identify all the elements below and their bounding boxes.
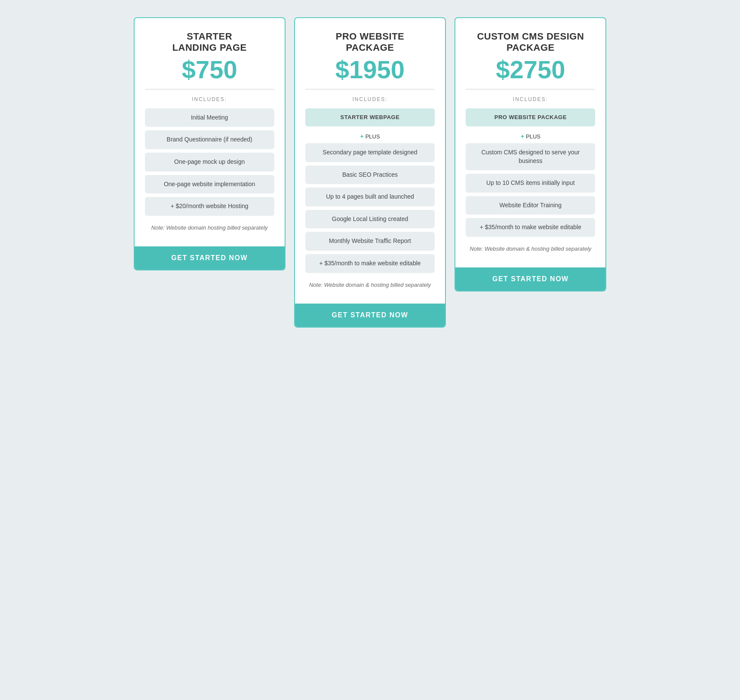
plus-feature-item-custom-1: Up to 10 CMS items initially input xyxy=(466,174,595,193)
card-body-starter: STARTERLANDING PAGE$750INCLUDES:Initial … xyxy=(135,18,285,246)
pricing-card-starter: STARTERLANDING PAGE$750INCLUDES:Initial … xyxy=(134,17,286,270)
includes-label-pro: INCLUDES: xyxy=(305,96,435,102)
cta-button-custom[interactable]: GET STARTED NOW xyxy=(455,267,605,291)
feature-item-starter-4: + $20/month website Hosting xyxy=(145,197,274,216)
plus-symbol-pro: + xyxy=(360,132,364,140)
plus-feature-item-pro-4: Monthly Website Traffic Report xyxy=(305,232,435,251)
card-divider-pro xyxy=(305,89,435,89)
plus-feature-item-pro-0: Secondary page template designed xyxy=(305,143,435,162)
card-price-custom: $2750 xyxy=(466,57,595,82)
note-text-pro: Note: Website domain & hosting billed se… xyxy=(305,281,435,289)
plus-feature-item-pro-3: Google Local Listing created xyxy=(305,210,435,229)
feature-item-starter-0: Initial Meeting xyxy=(145,108,274,127)
feature-item-starter-1: Brand Questionnaire (if needed) xyxy=(145,130,274,149)
plus-feature-item-custom-2: Website Editor Training xyxy=(466,196,595,215)
card-price-starter: $750 xyxy=(145,57,274,82)
feature-item-custom-0: PRO WEBSITE PACKAGE xyxy=(466,108,595,126)
card-title-custom: CUSTOM CMS DESIGNPACKAGE xyxy=(466,31,595,54)
plus-feature-item-pro-5: + $35/month to make website editable xyxy=(305,254,435,273)
includes-label-starter: INCLUDES: xyxy=(145,96,274,102)
includes-label-custom: INCLUDES: xyxy=(466,96,595,102)
pricing-card-custom: CUSTOM CMS DESIGNPACKAGE$2750INCLUDES:PR… xyxy=(454,17,606,292)
note-text-starter: Note: Website domain hosting billed sepa… xyxy=(145,224,274,232)
plus-label-pro: + PLUS xyxy=(305,132,435,140)
plus-symbol-custom: + xyxy=(521,132,525,140)
feature-item-pro-0: STARTER WEBPAGE xyxy=(305,108,435,126)
card-title-starter: STARTERLANDING PAGE xyxy=(145,31,274,54)
card-body-custom: CUSTOM CMS DESIGNPACKAGE$2750INCLUDES:PR… xyxy=(455,18,605,267)
plus-feature-item-pro-1: Basic SEO Practices xyxy=(305,166,435,184)
feature-item-starter-3: One-page website implementation xyxy=(145,175,274,194)
cta-button-pro[interactable]: GET STARTED NOW xyxy=(295,304,445,327)
plus-feature-item-custom-3: + $35/month to make website editable xyxy=(466,218,595,237)
feature-item-starter-2: One-page mock up design xyxy=(145,153,274,172)
card-title-pro: PRO WEBSITEPACKAGE xyxy=(305,31,435,54)
cta-button-starter[interactable]: GET STARTED NOW xyxy=(135,246,285,270)
card-price-pro: $1950 xyxy=(305,57,435,82)
card-body-pro: PRO WEBSITEPACKAGE$1950INCLUDES:STARTER … xyxy=(295,18,445,304)
plus-label-custom: + PLUS xyxy=(466,132,595,140)
card-divider-custom xyxy=(466,89,595,89)
plus-feature-item-custom-0: Custom CMS designed to serve your busine… xyxy=(466,143,595,170)
pricing-container: STARTERLANDING PAGE$750INCLUDES:Initial … xyxy=(134,17,607,328)
card-divider-starter xyxy=(145,89,274,89)
plus-feature-item-pro-2: Up to 4 pages built and launched xyxy=(305,187,435,206)
note-text-custom: Note: Website domain & hosting billed se… xyxy=(466,245,595,253)
pricing-card-pro: PRO WEBSITEPACKAGE$1950INCLUDES:STARTER … xyxy=(294,17,446,328)
